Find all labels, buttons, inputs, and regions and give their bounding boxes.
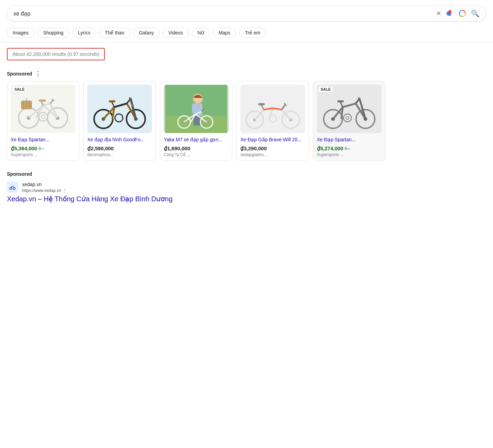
product-card-3[interactable]: Yaka M7 xe đạp gấp gọn... ₫1,690,000 Côn… <box>160 81 232 161</box>
sale-badge-5: SALE <box>318 86 333 92</box>
product-price-1: ₫5,394,000 8... <box>11 145 76 152</box>
filter-tabs: Images Shopping Lyrics Thể thao Galaxy V… <box>0 25 493 42</box>
ad-url-dots[interactable]: ⋮ <box>62 188 67 193</box>
product-image-2 <box>87 85 152 133</box>
ad-favicon <box>7 182 18 193</box>
sponsored-header-1: Sponsored ⋮ <box>0 63 493 81</box>
product-title-1: Xe Đạp Spartan... <box>11 136 76 143</box>
product-title-5: Xe Đạp Spartan... <box>317 136 382 143</box>
svg-rect-22 <box>39 100 46 102</box>
product-price-4: ₫3,290,000 <box>240 145 305 152</box>
svg-line-19 <box>50 100 53 103</box>
search-bar: ✕ <box>7 6 486 21</box>
sponsored-label-1: Sponsored <box>7 71 32 77</box>
svg-point-44 <box>115 114 123 122</box>
svg-rect-82 <box>338 100 344 102</box>
clear-icon[interactable]: ✕ <box>436 10 441 17</box>
tab-videos[interactable]: Videos <box>162 28 189 38</box>
svg-line-37 <box>114 103 127 107</box>
product-seller-5: Supersports ... <box>317 152 382 157</box>
ad-listing: xedap.vn https://www.xedap.vn ⋮ <box>0 179 493 193</box>
sale-badge-1: SALE <box>12 86 27 92</box>
results-count-wrapper: About 42,200,000 results (0.97 seconds) <box>0 42 493 63</box>
product-seller-4: xedapgiakho.... <box>240 152 305 157</box>
search-button-icon[interactable]: 🔍 <box>471 9 480 18</box>
svg-line-79 <box>356 99 359 104</box>
svg-point-85 <box>343 114 351 122</box>
tab-lyrics[interactable]: Lyrics <box>72 28 96 38</box>
product-title-2: Xe đạp địa hình GoodFo... <box>87 136 152 143</box>
products-grid: SALE <box>0 81 493 168</box>
svg-line-71 <box>261 104 264 110</box>
tab-nu[interactable]: Nữ <box>192 28 210 38</box>
product-price-5: ₫5,274,000 8... <box>317 145 382 152</box>
mic-icon[interactable] <box>446 10 454 17</box>
tab-treem[interactable]: Trẻ em <box>239 28 266 38</box>
sponsored-label-2: Sponsored <box>7 171 32 177</box>
svg-line-83 <box>359 98 365 119</box>
ad-url-block: xedap.vn https://www.xedap.vn ⋮ <box>22 182 67 193</box>
svg-line-91 <box>12 186 12 189</box>
svg-line-92 <box>12 186 13 186</box>
tab-images[interactable]: Images <box>7 28 34 38</box>
ad-url: https://www.xedap.vn <box>22 188 61 193</box>
product-card-2[interactable]: Xe đạp địa hình GoodFo... ₫2,590,000 die… <box>83 81 156 161</box>
svg-point-9 <box>461 12 463 14</box>
svg-line-81 <box>340 102 343 107</box>
tab-thethao[interactable]: Thể thao <box>99 28 130 38</box>
svg-line-68 <box>273 108 282 110</box>
svg-rect-72 <box>258 103 265 105</box>
product-image-3 <box>164 85 229 133</box>
svg-line-67 <box>264 108 273 110</box>
lens-icon[interactable] <box>459 10 466 17</box>
sponsored-header-2: Sponsored <box>0 168 493 179</box>
product-title-4: Xe Đạp Gấp Brave Will 20... <box>240 136 305 143</box>
product-image-4 <box>240 85 305 133</box>
svg-point-30 <box>39 112 47 121</box>
tab-maps[interactable]: Maps <box>213 28 236 38</box>
product-card-5[interactable]: SALE <box>313 81 385 161</box>
search-input[interactable] <box>13 10 433 17</box>
product-seller-2: dienmayhoa... <box>87 152 152 157</box>
product-title-3: Yaka M7 xe đạp gấp gọn... <box>164 136 229 143</box>
search-bar-icons: ✕ <box>436 9 480 18</box>
product-price-2: ₫2,590,000 <box>87 145 152 152</box>
svg-point-31 <box>41 115 45 119</box>
results-count-box: About 42,200,000 results (0.97 seconds) <box>7 48 105 60</box>
tab-shopping[interactable]: Shopping <box>37 28 69 38</box>
svg-point-86 <box>346 116 349 119</box>
svg-line-40 <box>112 102 114 107</box>
svg-rect-49 <box>192 103 195 114</box>
ad-domain: xedap.vn <box>22 182 67 187</box>
svg-line-17 <box>43 103 50 105</box>
svg-line-66 <box>269 108 273 120</box>
sponsored-dots-1[interactable]: ⋮ <box>35 70 41 78</box>
svg-line-69 <box>282 104 285 110</box>
tab-galaxy[interactable]: Galaxy <box>133 28 160 38</box>
product-seller-3: Công Ty Cổ ... <box>164 152 229 157</box>
product-card-4[interactable]: Xe Đạp Gấp Brave Will 20... ₫3,290,000 x… <box>237 81 309 161</box>
search-bar-container: ✕ <box>0 0 493 25</box>
product-price-3: ₫1,690,000 <box>164 145 229 152</box>
ad-title-link[interactable]: Xedap.vn – Hệ Thống Cửa Hàng Xe Đạp Bình… <box>0 193 493 203</box>
results-count-text: About 42,200,000 results (0.97 seconds) <box>12 51 99 57</box>
product-card-1[interactable]: SALE <box>7 81 79 161</box>
product-seller-1: Supersports ... <box>11 152 76 157</box>
svg-rect-41 <box>109 100 115 102</box>
ad-favicon-icon <box>9 184 16 191</box>
